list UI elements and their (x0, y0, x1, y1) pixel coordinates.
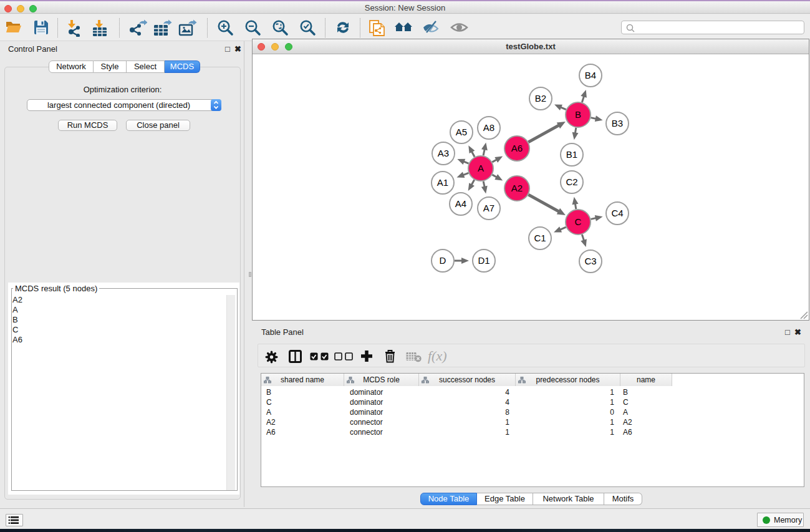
svg-text:C2: C2 (566, 177, 577, 187)
svg-text:A: A (478, 163, 484, 173)
svg-text:A6: A6 (511, 143, 523, 153)
svg-text:A5: A5 (456, 127, 467, 137)
svg-text:B2: B2 (535, 93, 546, 104)
svg-text:B: B (575, 109, 581, 120)
svg-text:A3: A3 (438, 148, 449, 158)
svg-text:C: C (575, 216, 582, 227)
svg-text:B1: B1 (566, 149, 577, 160)
svg-text:B4: B4 (585, 70, 596, 80)
svg-text:C3: C3 (584, 256, 596, 266)
svg-text:D1: D1 (478, 255, 489, 266)
svg-text:C4: C4 (611, 208, 623, 218)
svg-text:C1: C1 (534, 233, 546, 243)
svg-text:A7: A7 (483, 203, 494, 213)
svg-text:A8: A8 (483, 122, 494, 133)
svg-text:D: D (440, 255, 446, 266)
svg-text:A4: A4 (455, 198, 466, 209)
svg-text:B3: B3 (612, 118, 623, 128)
svg-text:A1: A1 (437, 177, 448, 188)
svg-text:A2: A2 (511, 183, 523, 193)
